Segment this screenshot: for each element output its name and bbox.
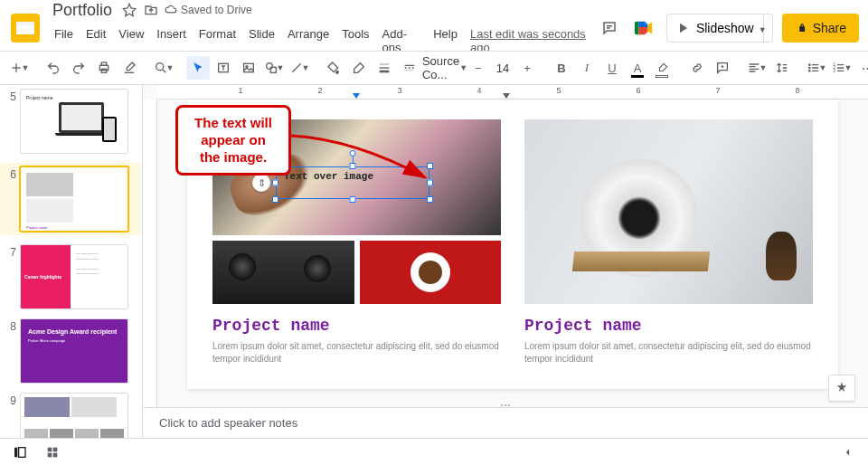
- thumbnail-panel[interactable]: 5 Project name 6 Project nameProject nam…: [0, 85, 143, 438]
- underline-button[interactable]: U: [600, 56, 624, 80]
- border-weight-button[interactable]: [373, 56, 396, 80]
- bold-button[interactable]: B: [550, 56, 573, 80]
- comments-icon[interactable]: [598, 16, 621, 40]
- redo-button[interactable]: [67, 56, 90, 80]
- notes-resize-handle[interactable]: [492, 404, 519, 410]
- line-spacing-button[interactable]: [770, 56, 794, 80]
- doc-title[interactable]: Portfolio: [49, 0, 116, 22]
- project-description[interactable]: Lorem ipsum dolor sit amet, consectetur …: [524, 340, 813, 365]
- line-tool[interactable]: ▼: [288, 56, 311, 80]
- project-description[interactable]: Lorem ipsum dolor sit amet, consectetur …: [212, 340, 501, 365]
- new-slide-button[interactable]: ▼: [7, 56, 31, 80]
- slide-thumbnail[interactable]: Acme Design Award recipient Parker Moris…: [20, 318, 128, 384]
- slide-image[interactable]: [212, 241, 354, 304]
- thumb-number: 9: [4, 393, 16, 438]
- more-button[interactable]: ⋯: [855, 56, 868, 80]
- bulleted-list-button[interactable]: ▼: [805, 56, 828, 80]
- slideshow-button[interactable]: Slideshow: [666, 14, 764, 43]
- notes-placeholder: Click to add speaker notes: [159, 416, 297, 430]
- resize-handle[interactable]: [272, 180, 278, 186]
- insert-link-button[interactable]: [685, 56, 709, 80]
- svg-rect-19: [19, 447, 25, 457]
- thumb-number: 5: [4, 89, 16, 154]
- numbered-list-button[interactable]: 123▼: [830, 56, 854, 80]
- italic-button[interactable]: I: [575, 56, 599, 80]
- project-title[interactable]: Project name: [212, 317, 501, 335]
- fill-color-button[interactable]: [322, 56, 345, 80]
- svg-text:3: 3: [833, 69, 835, 73]
- svg-point-12: [808, 64, 809, 65]
- zoom-button[interactable]: ▼: [152, 56, 175, 80]
- slideshow-options-button[interactable]: ▼: [755, 14, 773, 43]
- svg-rect-21: [53, 447, 58, 451]
- resize-handle[interactable]: [272, 196, 278, 203]
- text-color-button[interactable]: A: [626, 56, 649, 80]
- autofit-button[interactable]: ⇕: [252, 174, 270, 192]
- svg-rect-20: [48, 447, 52, 451]
- svg-point-14: [808, 71, 809, 71]
- insert-comment-button[interactable]: [711, 56, 734, 80]
- font-size-input[interactable]: [492, 62, 514, 75]
- border-color-button[interactable]: [347, 56, 371, 80]
- slide-thumbnail[interactable]: Career highlights — ————————— ——— ——————…: [20, 244, 128, 309]
- thumb-number: 8: [4, 318, 16, 384]
- svg-rect-8: [244, 63, 254, 71]
- thumb-number: 6: [4, 166, 16, 232]
- filmstrip-view-button[interactable]: [9, 441, 31, 463]
- select-tool[interactable]: [186, 56, 210, 80]
- resize-handle[interactable]: [427, 196, 433, 203]
- meet-icon[interactable]: [630, 16, 657, 40]
- print-button[interactable]: [92, 56, 116, 80]
- share-button[interactable]: Share: [782, 14, 859, 43]
- slide-thumbnail[interactable]: Project nameProject name: [20, 166, 128, 232]
- font-family-select[interactable]: Source Co...▼: [432, 56, 456, 80]
- svg-point-10: [266, 63, 272, 70]
- horizontal-ruler[interactable]: 1 2 3 4 5 6 7 8: [157, 85, 868, 100]
- highlight-button[interactable]: [651, 56, 675, 80]
- move-icon[interactable]: [143, 2, 159, 18]
- svg-rect-4: [101, 62, 106, 65]
- svg-point-13: [808, 67, 809, 68]
- border-dash-button[interactable]: [398, 56, 421, 80]
- textbox-tool[interactable]: [212, 56, 235, 80]
- slide-image[interactable]: [524, 119, 813, 304]
- undo-button[interactable]: [42, 56, 65, 80]
- project-title[interactable]: Project name: [524, 317, 813, 335]
- paint-format-button[interactable]: [118, 56, 141, 80]
- align-button[interactable]: ▼: [745, 56, 769, 80]
- image-tool[interactable]: [237, 56, 260, 80]
- app-icon[interactable]: [9, 12, 42, 44]
- save-state[interactable]: Saved to Drive: [165, 4, 252, 16]
- font-size-increase[interactable]: +: [515, 56, 539, 80]
- font-size-decrease[interactable]: −: [467, 56, 490, 80]
- vertical-ruler[interactable]: [143, 100, 157, 407]
- annotation-callout: The text will appear on the image.: [175, 105, 291, 176]
- svg-rect-22: [48, 452, 52, 457]
- svg-rect-5: [101, 69, 106, 72]
- svg-rect-23: [53, 452, 58, 457]
- collapse-filmstrip-button[interactable]: [837, 441, 859, 463]
- speaker-notes[interactable]: Click to add speaker notes: [143, 407, 868, 438]
- svg-point-6: [156, 63, 163, 71]
- thumb-number: 7: [4, 244, 16, 309]
- grid-view-button[interactable]: [42, 441, 63, 463]
- star-icon[interactable]: [121, 2, 137, 18]
- slide-thumbnail[interactable]: [20, 393, 128, 438]
- resize-handle[interactable]: [350, 196, 356, 203]
- slide-image[interactable]: [360, 241, 502, 304]
- explore-button[interactable]: [828, 375, 855, 402]
- slide-thumbnail[interactable]: Project name: [20, 89, 128, 154]
- svg-rect-2: [16, 22, 34, 25]
- shape-tool[interactable]: ▼: [262, 56, 286, 80]
- svg-rect-18: [14, 447, 17, 457]
